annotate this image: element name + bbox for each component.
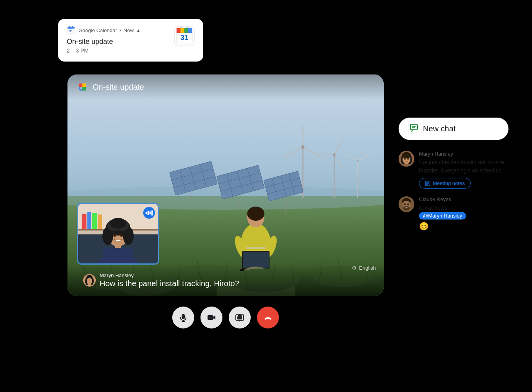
chat-panel: New chat Maryn Hansley <box>399 118 508 239</box>
svg-rect-123 <box>208 315 213 320</box>
svg-point-140 <box>407 158 409 160</box>
caption-bar: Maryn Hansley How is the panel install t… <box>67 265 384 296</box>
svg-point-26 <box>301 145 304 149</box>
svg-point-150 <box>407 203 409 205</box>
claude-avatar-svg <box>399 196 414 212</box>
svg-point-60 <box>247 207 264 221</box>
svg-point-148 <box>403 206 410 211</box>
svg-point-112 <box>113 233 116 237</box>
svg-point-139 <box>404 158 406 160</box>
chat-icon <box>410 123 419 134</box>
maryn-avatar <box>399 151 414 167</box>
present-button[interactable] <box>229 307 251 328</box>
video-call-container: On-site update <box>67 74 384 296</box>
notification-source: Google Calendar • Now ▲ <box>78 27 140 33</box>
meeting-notes-label: Meeting notes <box>433 180 465 186</box>
notification-dot: • <box>119 27 121 33</box>
notification-time: Now <box>124 27 134 33</box>
svg-rect-120 <box>182 314 185 319</box>
svg-point-31 <box>333 154 335 156</box>
claude-message-content: Claude Reyes Great news! @Maryn Hansley … <box>419 196 466 231</box>
meeting-notes-icon <box>425 181 430 186</box>
notification-card: 31 Google Calendar • Now ▲ On-site updat… <box>58 19 203 62</box>
notification-title: On-site update <box>67 38 140 46</box>
svg-point-138 <box>402 152 411 158</box>
audio-bar-4 <box>151 210 153 216</box>
maryn-sender-name: Maryn Hansley <box>419 151 508 157</box>
audio-bars <box>146 210 153 216</box>
chat-message-maryn: Maryn Hansley I've just checked in with … <box>399 151 508 189</box>
svg-marker-92 <box>82 83 86 87</box>
new-chat-icon-svg <box>410 123 419 132</box>
end-call-button[interactable] <box>257 307 279 328</box>
caption-speaker-name: Maryn Hansley <box>100 272 239 278</box>
emoji-icon: 😊 <box>419 221 466 231</box>
mention-chip-container: @Maryn Hansley <box>419 212 466 219</box>
maryn-message-content: Maryn Hansley I've just checked in with … <box>419 151 508 189</box>
claude-message-text: Great news! <box>419 204 466 212</box>
svg-point-36 <box>357 160 359 162</box>
meet-header: On-site update <box>67 74 384 100</box>
maryn-message-text: I've just checked in with our on-site in… <box>419 158 508 175</box>
svg-rect-2 <box>67 27 75 29</box>
svg-rect-99 <box>92 213 97 229</box>
claude-sender-name: Claude Reyes <box>419 196 466 202</box>
calendar-icon-svg: 31 <box>175 27 193 45</box>
svg-rect-98 <box>87 212 91 229</box>
present-icon <box>235 313 244 322</box>
svg-text:31: 31 <box>180 34 188 42</box>
gear-icon: ⚙ <box>352 265 357 271</box>
claude-avatar <box>399 196 414 212</box>
maryn-mention-chip: @Maryn Hansley <box>419 212 466 220</box>
caption-avatar-svg <box>83 274 96 287</box>
new-chat-label: New chat <box>423 124 455 133</box>
maryn-avatar-svg <box>399 151 414 167</box>
svg-rect-91 <box>82 87 86 91</box>
svg-point-149 <box>404 203 406 205</box>
chat-message-claude: Claude Reyes Great news! @Maryn Hansley … <box>399 196 508 231</box>
svg-rect-126 <box>237 316 242 319</box>
google-calendar-icon: 31 <box>67 26 75 34</box>
end-call-icon <box>264 313 272 322</box>
svg-rect-100 <box>98 214 102 229</box>
meet-call-title: On-site update <box>93 83 144 92</box>
svg-point-113 <box>120 233 123 237</box>
audio-bar-2 <box>148 211 149 215</box>
svg-marker-124 <box>213 316 215 319</box>
source-label: Google Calendar <box>78 27 117 33</box>
language-label: English <box>359 265 376 271</box>
camera-icon <box>207 313 216 322</box>
audio-bar-1 <box>146 212 147 214</box>
language-indicator: ⚙ English <box>352 265 376 271</box>
meeting-notes-chip[interactable]: Meeting notes <box>419 178 471 189</box>
self-view-pip <box>77 203 159 265</box>
microphone-icon <box>179 313 188 322</box>
google-meet-logo <box>77 82 88 93</box>
svg-rect-97 <box>82 214 87 229</box>
svg-rect-4 <box>72 26 73 27</box>
new-chat-button[interactable]: New chat <box>399 118 508 140</box>
svg-point-111 <box>110 218 127 229</box>
audio-bar-3 <box>149 211 151 214</box>
caption-avatar <box>83 274 96 287</box>
svg-rect-114 <box>103 248 133 263</box>
chevron-up-icon: ▲ <box>136 28 140 33</box>
controls-bar <box>67 307 384 328</box>
camera-button[interactable] <box>200 307 222 328</box>
notification-header: 31 Google Calendar • Now ▲ <box>67 26 140 34</box>
microphone-button[interactable] <box>172 307 194 328</box>
svg-point-119 <box>87 278 92 285</box>
notification-subtitle: 2 – 3 PM <box>67 47 140 54</box>
svg-rect-61 <box>243 247 268 249</box>
svg-text:31: 31 <box>69 29 73 33</box>
calendar-app-icon[interactable]: 31 <box>174 26 195 46</box>
svg-rect-3 <box>69 26 70 27</box>
caption-text-group: Maryn Hansley How is the panel install t… <box>100 272 239 288</box>
svg-rect-130 <box>410 124 417 130</box>
caption-message-text: How is the panel install tracking, Hirot… <box>100 279 239 288</box>
notification-content: 31 Google Calendar • Now ▲ On-site updat… <box>67 26 140 54</box>
audio-active-indicator <box>143 207 155 219</box>
caption-speaker: Maryn Hansley How is the panel install t… <box>83 272 368 288</box>
svg-marker-93 <box>79 83 82 87</box>
